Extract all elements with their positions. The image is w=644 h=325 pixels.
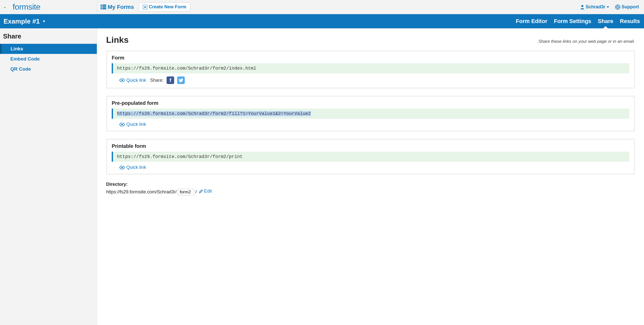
nav-my-forms[interactable]: My Forms	[101, 4, 134, 10]
sidebar-item-embed-code[interactable]: Embed Code	[0, 54, 97, 64]
form-bar: Example #1 ▼ Form Editor Form Settings S…	[0, 14, 644, 28]
page-subtitle: Share these links on your web page or in…	[538, 39, 635, 44]
svg-rect-0	[101, 5, 102, 6]
form-name-dropdown[interactable]: Example #1 ▼	[4, 17, 46, 25]
sidebar-title: Share	[0, 28, 97, 44]
tab-form-editor[interactable]: Form Editor	[516, 14, 547, 28]
eye-icon	[119, 166, 125, 169]
directory-prefix: https://fs29.formsite.com/Schrad3r/	[106, 189, 177, 194]
panel-printable-title: Printable form	[112, 143, 629, 149]
svg-rect-5	[102, 8, 106, 9]
directory-suffix: /	[195, 189, 197, 194]
svg-rect-3	[102, 6, 106, 8]
directory-input[interactable]	[178, 189, 194, 195]
create-new-form-button[interactable]: Create New Form	[139, 3, 190, 11]
quick-link-printable[interactable]: Quick link	[119, 165, 146, 170]
tab-results[interactable]: Results	[620, 14, 640, 28]
svg-point-9	[581, 5, 583, 7]
svg-point-16	[121, 79, 123, 81]
svg-point-11	[617, 6, 619, 8]
list-icon	[101, 5, 106, 10]
eye-icon	[119, 123, 125, 126]
svg-rect-8	[144, 7, 146, 7]
directory-label: Directory:	[106, 182, 635, 187]
panel-prepopulated-title: Pre-populated form	[112, 100, 629, 106]
support-link[interactable]: Support	[615, 4, 639, 10]
plus-square-icon	[143, 5, 147, 9]
quick-link-label: Quick link	[126, 78, 146, 83]
quick-link-label: Quick link	[126, 165, 146, 170]
pencil-icon	[199, 189, 203, 193]
logo-text: formsite	[13, 2, 40, 12]
edit-label: Edit	[204, 189, 212, 194]
prepopulated-url[interactable]: https://fs29.formsite.com/Schrad3r/form2…	[112, 109, 629, 119]
directory-row: Directory: https://fs29.formsite.com/Sch…	[106, 182, 635, 195]
panel-printable: Printable form https://fs29.formsite.com…	[106, 139, 635, 175]
lifebuoy-icon	[615, 5, 620, 10]
sidebar-item-qr-code[interactable]: QR Code	[0, 64, 97, 74]
share-label: Share:	[150, 78, 164, 83]
svg-rect-4	[101, 8, 102, 9]
nav-my-forms-label: My Forms	[108, 4, 134, 10]
panel-prepopulated: Pre-populated form https://fs29.formsite…	[106, 96, 635, 132]
svg-point-18	[121, 167, 123, 168]
top-right: Schrad3r Support	[580, 4, 644, 10]
svg-point-17	[121, 124, 123, 125]
sidebar: Share Links Embed Code QR Code	[0, 28, 97, 325]
top-nav: My Forms Create New Form Schrad3r	[97, 3, 644, 11]
sidebar-item-links[interactable]: Links	[0, 44, 97, 54]
triangle-down-icon: ▼	[42, 19, 46, 23]
panel-form-title: Form	[112, 55, 629, 61]
twitter-icon[interactable]	[177, 76, 185, 84]
facebook-icon[interactable]: f	[167, 76, 174, 84]
quick-link-form[interactable]: Quick link	[119, 78, 146, 83]
user-icon	[580, 5, 584, 9]
form-url[interactable]: https://fs29.formsite.com/Schrad3r/form2…	[112, 63, 629, 73]
eye-icon	[119, 78, 125, 82]
edit-directory-link[interactable]: Edit	[199, 189, 212, 194]
top-bar: formsite My Forms Create New Form	[0, 0, 644, 14]
tab-share[interactable]: Share	[598, 14, 613, 28]
support-label: Support	[622, 4, 639, 10]
svg-rect-2	[101, 6, 102, 8]
printable-url[interactable]: https://fs29.formsite.com/Schrad3r/form2…	[112, 152, 629, 162]
logo[interactable]: formsite	[0, 0, 97, 14]
quick-link-label: Quick link	[126, 122, 146, 127]
panel-form: Form https://fs29.formsite.com/Schrad3r/…	[106, 50, 635, 89]
tab-form-settings[interactable]: Form Settings	[554, 14, 591, 28]
form-tabs: Form Editor Form Settings Share Results	[516, 14, 640, 28]
create-new-form-label: Create New Form	[149, 4, 186, 10]
caret-down-icon	[607, 6, 609, 8]
page-title: Links	[106, 35, 129, 45]
svg-rect-1	[102, 5, 106, 6]
form-name-label: Example #1	[4, 17, 40, 25]
quick-link-prepopulated[interactable]: Quick link	[119, 122, 146, 127]
user-name: Schrad3r	[586, 4, 605, 10]
user-menu[interactable]: Schrad3r	[580, 4, 609, 10]
main-content: Links Share these links on your web page…	[97, 28, 644, 325]
